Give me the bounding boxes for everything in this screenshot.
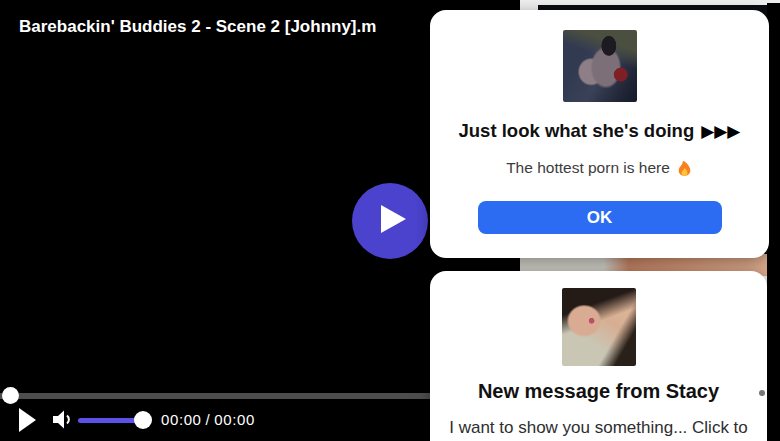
play-icon [374,204,407,238]
message-body[interactable]: I want to show you something... Click to [449,418,748,438]
message-avatar-image[interactable] [562,288,636,366]
volume-icon[interactable] [51,409,73,434]
time-separator: / [206,411,211,428]
offer-title: Just look what she's doing ▶▶▶ [459,120,741,142]
seek-thumb[interactable] [2,387,19,404]
offer-subtitle-text: The hottest porn is here [506,159,670,177]
ok-button[interactable]: OK [478,201,722,234]
offer-subtitle: The hottest porn is here [506,158,693,177]
current-time: 00:00 [161,411,202,428]
message-title: New message from Stacy [478,380,719,403]
offer-thumbnail-image[interactable] [563,30,637,102]
play-button[interactable] [18,407,37,437]
video-title: Barebackin' Buddies 2 - Scene 2 [Johnny]… [19,17,376,37]
time-display: 00:00/00:00 [161,411,259,428]
popup-message-dialog[interactable]: New message from Stacy I want to show yo… [430,271,767,441]
offer-title-text: Just look what she's doing [459,120,695,142]
volume-thumb[interactable] [134,411,152,429]
popup-offer-dialog[interactable]: Just look what she's doing ▶▶▶ The hotte… [430,10,769,258]
big-play-button[interactable] [352,183,428,259]
scroll-dot [759,390,765,396]
fire-emoji-icon [676,158,693,177]
triple-arrow-icon: ▶▶▶ [701,121,740,141]
page: Barebackin' Buddies 2 - Scene 2 [Johnny]… [0,0,780,441]
duration: 00:00 [214,411,255,428]
